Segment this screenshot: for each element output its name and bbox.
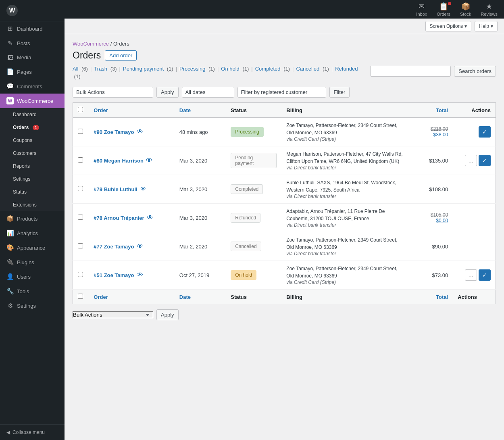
breadcrumb-current: Orders: [113, 41, 129, 47]
sidebar-item-wc-coupons[interactable]: Coupons: [0, 134, 65, 147]
bulk-actions-select[interactable]: Bulk Actions: [73, 87, 153, 98]
topbar-reviews[interactable]: ★ Reviews: [481, 2, 498, 17]
total-current[interactable]: $38.00: [415, 132, 448, 138]
total-amount: $135.00: [429, 158, 448, 164]
date-col-header[interactable]: Date: [175, 103, 226, 118]
tab-on-hold[interactable]: On hold: [221, 66, 240, 72]
search-orders-input[interactable]: [370, 66, 451, 77]
help-button[interactable]: Help ▾: [475, 21, 498, 31]
footer-date-col[interactable]: Date: [175, 290, 226, 304]
sidebar-item-wc-customers[interactable]: Customers: [0, 147, 65, 160]
topbar-inbox[interactable]: ✉ Inbox: [416, 2, 427, 17]
order-link[interactable]: #51 Zoe Tamayo: [94, 272, 134, 278]
status-col-header: Status: [226, 103, 281, 118]
view-order-icon[interactable]: 👁: [140, 186, 146, 192]
row-checkbox[interactable]: [78, 186, 83, 191]
screen-options-label: Screen Options: [430, 23, 463, 29]
wc-customers-label: Customers: [13, 150, 36, 156]
order-link[interactable]: #79 Buhle Luthuli: [94, 186, 137, 192]
sidebar-item-label: Plugins: [17, 259, 34, 265]
tab-all[interactable]: All: [73, 66, 78, 72]
sidebar-item-pages[interactable]: 📄 Pages: [0, 65, 65, 79]
row-checkbox[interactable]: [78, 243, 83, 248]
row-checkbox[interactable]: [78, 129, 83, 134]
bottom-apply-button[interactable]: Apply: [156, 309, 179, 320]
order-link[interactable]: #90 Zoe Tamayo: [94, 129, 134, 135]
footer-status-col: Status: [226, 290, 281, 304]
billing-col-header: Billing: [281, 103, 410, 118]
sidebar-woocommerce-header[interactable]: W WooCommerce: [0, 94, 65, 108]
sidebar-item-label: Pages: [17, 69, 32, 75]
footer-order-col[interactable]: Order: [89, 290, 174, 304]
billing-address: Zoe Tamayo, Patterson-Fletcher, 2349 Cou…: [286, 236, 405, 251]
select-all-checkbox[interactable]: [78, 107, 83, 112]
comments-icon: 💬: [6, 83, 14, 90]
view-order-icon[interactable]: 👁: [146, 157, 152, 164]
sidebar-item-wc-settings[interactable]: Settings: [0, 173, 65, 186]
sidebar-item-appearance[interactable]: 🎨 Appearance: [0, 240, 65, 255]
apply-button-top[interactable]: Apply: [156, 87, 179, 98]
status-badge: Pending payment: [231, 153, 277, 168]
tab-processing[interactable]: Processing: [179, 66, 205, 72]
row-status-cell: Completed: [226, 175, 281, 204]
row-checkbox-cell: [73, 204, 89, 232]
sidebar-item-wc-orders[interactable]: Orders 1: [0, 121, 65, 134]
filter-button[interactable]: Filter: [329, 87, 350, 98]
tab-pending[interactable]: Pending payment: [123, 66, 164, 72]
sidebar-item-products[interactable]: 📦 Products: [0, 211, 65, 226]
topbar-stock[interactable]: 📦 Stock: [460, 2, 471, 17]
total-col-header[interactable]: Total: [410, 103, 453, 118]
row-date-cell: Mar 3, 2020: [175, 146, 226, 175]
footer-select-all-checkbox[interactable]: [78, 294, 83, 299]
row-checkbox[interactable]: [78, 157, 83, 163]
dates-filter-select[interactable]: All dates: [182, 87, 234, 98]
tab-refunded[interactable]: Refunded: [335, 66, 358, 72]
sidebar-item-analytics[interactable]: 📊 Analytics: [0, 226, 65, 240]
sidebar-item-wc-status[interactable]: Status: [0, 186, 65, 198]
sidebar-item-posts[interactable]: ✎ Posts: [0, 36, 65, 50]
table-footer: Order Date Status Billing Total Actions: [73, 290, 496, 304]
row-checkbox[interactable]: [78, 272, 83, 277]
screen-options-button[interactable]: Screen Options ▾: [425, 21, 472, 31]
topbar-orders[interactable]: 📋 Orders: [437, 2, 450, 17]
view-order-icon[interactable]: 👁: [137, 271, 143, 278]
row-checkbox[interactable]: [78, 215, 83, 220]
sidebar-item-wc-extensions[interactable]: Extensions: [0, 198, 65, 211]
order-link[interactable]: #78 Arnou Trépanier: [94, 215, 144, 221]
sidebar-item-dashboard[interactable]: ⊞ Dashboard: [0, 21, 65, 36]
sidebar-item-settings[interactable]: ⚙ Settings: [0, 298, 65, 313]
more-actions-button[interactable]: …: [465, 269, 477, 281]
total-current[interactable]: $0.00: [415, 218, 448, 223]
sidebar-item-tools[interactable]: 🔧 Tools: [0, 284, 65, 298]
tab-cancelled[interactable]: Cancelled: [296, 66, 319, 72]
add-order-button[interactable]: Add order: [105, 50, 137, 60]
row-checkbox-cell: [73, 232, 89, 261]
sidebar-item-comments[interactable]: 💬 Comments: [0, 79, 65, 94]
help-chevron-icon: ▾: [491, 23, 493, 29]
sidebar-item-media[interactable]: 🖼 Media: [0, 50, 65, 65]
complete-order-button[interactable]: ✓: [479, 126, 491, 138]
view-order-icon[interactable]: 👁: [137, 243, 143, 250]
sidebar-item-wc-dashboard[interactable]: Dashboard: [0, 108, 65, 121]
collapse-menu-button[interactable]: ◀ Collapse menu: [0, 424, 65, 440]
complete-order-button[interactable]: ✓: [479, 269, 491, 281]
row-checkbox-cell: [73, 175, 89, 204]
bottom-bulk-actions-select[interactable]: Bulk Actions: [73, 311, 153, 318]
order-link[interactable]: #77 Zoe Tamayo: [94, 244, 134, 250]
sidebar-item-users[interactable]: 👤 Users: [0, 269, 65, 284]
sidebar-item-wc-reports[interactable]: Reports: [0, 160, 65, 173]
billing-payment: via Credit Card (Stripe): [286, 136, 405, 142]
customer-filter-select[interactable]: Filter by registered customer: [237, 87, 326, 98]
search-orders-button[interactable]: Search orders: [454, 66, 496, 77]
breadcrumb-woocommerce-link[interactable]: WooCommerce: [73, 41, 109, 47]
order-link[interactable]: #80 Megan Harrison: [94, 158, 144, 164]
view-order-icon[interactable]: 👁: [137, 128, 143, 135]
tab-trash[interactable]: Trash: [94, 66, 107, 72]
footer-total-col[interactable]: Total: [410, 290, 453, 304]
complete-order-button[interactable]: ✓: [479, 155, 491, 166]
order-col-header[interactable]: Order: [89, 103, 174, 118]
more-actions-button[interactable]: …: [465, 155, 477, 166]
sidebar-item-plugins[interactable]: 🔌 Plugins: [0, 255, 65, 269]
view-order-icon[interactable]: 👁: [147, 214, 153, 221]
tab-completed[interactable]: Completed: [255, 66, 281, 72]
